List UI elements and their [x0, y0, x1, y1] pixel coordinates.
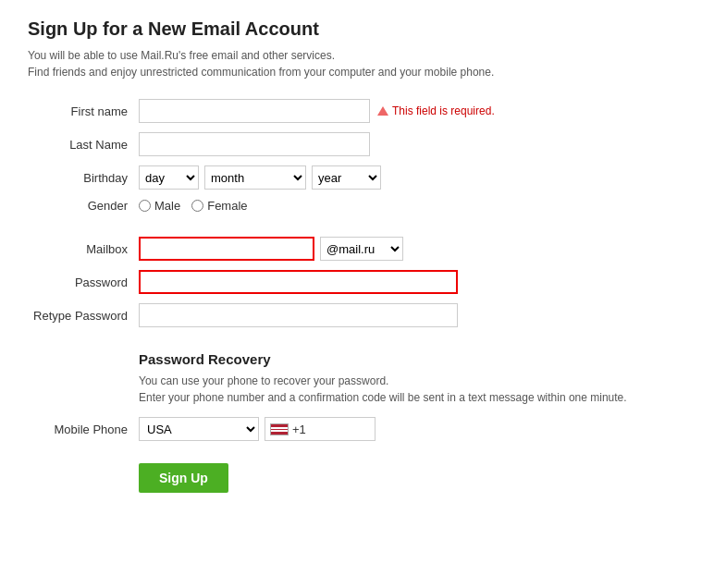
birthday-label: Birthday: [28, 171, 139, 185]
password-row: Password: [28, 270, 686, 294]
gender-row: Gender Male Female: [28, 199, 686, 213]
phone-code-box: +1: [265, 417, 375, 441]
gender-options: Male Female: [139, 199, 248, 213]
gender-male-label: Male: [154, 199, 180, 213]
error-triangle-icon: [377, 106, 388, 116]
last-name-label: Last Name: [28, 138, 139, 152]
mobile-phone-label: Mobile Phone: [28, 423, 139, 436]
page-subtitle: You will be able to use Mail.Ru's free e…: [28, 47, 686, 80]
mailbox-label: Mailbox: [28, 242, 139, 256]
password-input[interactable]: [139, 270, 458, 294]
us-flag-icon: [270, 423, 289, 435]
birthday-row: Birthday day 12345 678910 1112131415 161…: [28, 165, 686, 190]
gender-label: Gender: [28, 199, 139, 213]
password-recovery-subtitle: You can use your phone to recover your p…: [139, 373, 686, 406]
retype-password-input[interactable]: [139, 303, 458, 327]
gender-female-label: Female: [207, 199, 247, 213]
birthday-year-select[interactable]: year 2005200019951990 1985198019751970: [312, 165, 381, 190]
mobile-controls: USA Canada UK Germany Russia +1: [139, 417, 375, 441]
phone-code-label: +1: [292, 423, 306, 436]
birthday-selects: day 12345 678910 1112131415 1617181920 2…: [139, 165, 381, 190]
mailbox-input[interactable]: [139, 237, 314, 261]
page-title: Sign Up for a New Email Account: [28, 18, 686, 40]
password-label: Password: [28, 276, 139, 289]
first-name-label: First name: [28, 104, 139, 118]
gender-female-radio[interactable]: [191, 200, 203, 212]
gender-male-radio[interactable]: [139, 200, 151, 212]
signup-form: First name This field is required. Last …: [28, 99, 686, 493]
retype-password-row: Retype Password: [28, 303, 686, 327]
birthday-day-select[interactable]: day 12345 678910 1112131415 1617181920 2…: [139, 165, 199, 190]
birthday-month-select[interactable]: month JanuaryFebruaryMarchApril MayJuneJ…: [204, 165, 306, 190]
mailbox-controls: @mail.ru @inbox.ru @list.ru @bk.ru: [139, 237, 403, 261]
domain-select[interactable]: @mail.ru @inbox.ru @list.ru @bk.ru: [320, 237, 403, 261]
last-name-input[interactable]: [139, 132, 370, 156]
mailbox-row: Mailbox @mail.ru @inbox.ru @list.ru @bk.…: [28, 237, 686, 261]
retype-password-label: Retype Password: [28, 309, 139, 323]
country-select[interactable]: USA Canada UK Germany Russia: [139, 417, 259, 441]
gender-male-option[interactable]: Male: [139, 199, 180, 213]
gender-female-option[interactable]: Female: [191, 199, 247, 213]
first-name-row: First name This field is required.: [28, 99, 686, 123]
last-name-row: Last Name: [28, 132, 686, 156]
password-recovery-title: Password Recovery: [139, 351, 686, 367]
first-name-input[interactable]: [139, 99, 370, 123]
mobile-phone-row: Mobile Phone USA Canada UK Germany Russi…: [28, 417, 686, 441]
first-name-error: This field is required.: [377, 104, 495, 117]
signup-button[interactable]: Sign Up: [139, 463, 228, 493]
